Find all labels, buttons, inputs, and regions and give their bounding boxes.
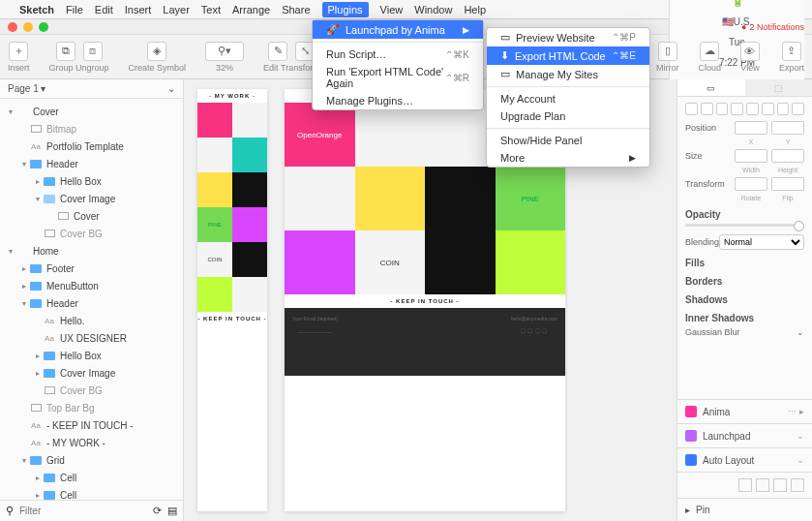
layer-row[interactable]: Aa- MY WORK - [0,434,183,451]
filter-input[interactable] [19,506,147,516]
plugins-menu-manage[interactable]: Manage Plugins… [313,92,483,109]
plugin-launchpad[interactable]: Launchpad⌄ [677,423,812,447]
align-center-h[interactable] [701,103,713,115]
inspector-tab-prototype[interactable]: ⬚ [745,79,813,96]
plugins-menu-runscript[interactable]: Run Script…⌃⌘K [313,46,483,63]
layer-row[interactable]: ▸Hello Box [0,347,183,364]
toolbar-mirror[interactable]: ▯Mirror [656,42,679,73]
layer-row[interactable]: ▾Header [0,294,183,312]
layer-row[interactable]: AaPortfolio Template [0,138,183,155]
toolbar-ungroup-label: Ungroup [75,63,109,73]
submenu-item[interactable]: More▶ [487,149,649,167]
artboard-small[interactable]: - MY WORK - PINECOIN - KEEP IN TOUCH - [197,89,267,511]
minimize-window-button[interactable] [23,22,33,32]
align-top[interactable] [731,103,743,115]
plugins-menu-launchpad[interactable]: 🚀Launchpad by Anima ▶ [313,20,483,39]
submenu-item[interactable]: Show/Hide Panel [487,132,649,149]
artboard-big-keep: - KEEP IN TOUCH - [285,294,565,308]
toolbar-cloud[interactable]: ☁Cloud [698,42,721,73]
menu-share[interactable]: Share [282,4,310,15]
al-btn-2[interactable] [756,478,769,492]
menu-plugins[interactable]: Plugins [322,2,369,17]
layer-row[interactable]: Aa- KEEP IN TOUCH - [0,416,183,434]
submenu-item[interactable]: ⬇Export HTML Code⌃⌘E [487,46,649,65]
toolbar-view[interactable]: 👁View [740,42,760,73]
layer-row[interactable]: ▸MenuButton [0,277,183,294]
layer-row[interactable]: Cover BG [0,382,183,399]
menu-layer[interactable]: Layer [163,4,190,15]
plugin-autolayout[interactable]: Auto Layout⌄ [677,447,812,472]
plugins-menu-runagain[interactable]: Run 'Export HTML Code' Again⌃⌘R [313,63,483,92]
filter-settings-icon[interactable]: ⟳ [153,505,162,517]
al-btn-4[interactable] [791,478,804,492]
rotate[interactable] [735,177,767,191]
layer-row[interactable]: ▸Footer [0,260,183,277]
blending-select[interactable]: Normal [719,234,804,250]
menu-arrange[interactable]: Arrange [232,4,270,15]
plugin-anima[interactable]: Anima⋯ ▸ [677,399,812,423]
layers-footer: ⚲ ⟳ ▤ [0,500,183,521]
menu-help[interactable]: Help [464,4,486,15]
layer-row[interactable]: AaHello. [0,312,183,329]
layer-row[interactable]: ▾Cover Image [0,190,183,207]
menu-text[interactable]: Text [201,4,221,15]
layer-row[interactable]: Top Bar Bg [0,399,183,416]
flip[interactable] [771,177,804,191]
zoom-window-button[interactable] [39,22,48,32]
notifications-badge[interactable]: 2 Notifications [741,22,804,32]
battery-icon[interactable]: 🔋 [732,0,743,7]
collapse-icon[interactable]: ⌄ [167,83,175,94]
toolbar-create-symbol[interactable]: ◈Create Symbol [129,42,187,73]
inner-shadows-label: Inner Shadows [685,313,804,323]
close-window-button[interactable] [8,22,17,32]
app-menu[interactable]: Sketch [19,4,54,15]
menu-file[interactable]: File [66,4,83,15]
toolbar-zoom[interactable]: ⚲▾32% [205,42,244,73]
distribute-h[interactable] [777,103,790,115]
layer-row[interactable]: Cover [0,207,183,225]
inspector-tab-design[interactable]: ▭ [677,79,745,96]
align-bottom[interactable] [762,103,774,115]
position-x[interactable] [735,121,767,135]
layer-row[interactable]: ▸Cell [0,469,183,486]
al-btn-1[interactable] [738,478,752,492]
layer-row[interactable]: ▾Cover [0,103,183,120]
align-right[interactable] [716,103,729,115]
layer-row[interactable]: Cover BG [0,225,183,242]
al-btn-3[interactable] [773,478,787,492]
group-icon[interactable]: ⧉ [56,42,75,61]
menu-window[interactable]: Window [414,4,452,15]
layer-row[interactable]: ▾Header [0,155,183,172]
layer-row[interactable]: ▾Home [0,242,183,260]
position-y[interactable] [771,121,804,135]
plugin-pin[interactable]: ▸Pin [677,498,812,521]
align-middle[interactable] [746,103,759,115]
layer-row[interactable]: ▾Grid [0,451,183,469]
align-left[interactable] [685,103,698,115]
menu-insert[interactable]: Insert [125,4,152,15]
layer-row[interactable]: ▸Cell [0,486,183,500]
size-w[interactable] [735,149,767,163]
layer-row[interactable]: AaUX DESIGNER [0,329,183,347]
submenu-item[interactable]: ▭Preview Website⌃⌘P [487,28,649,46]
edit-icon[interactable]: ✎ [268,42,287,61]
submenu-item[interactable]: ▭Manage My Sites [487,65,649,83]
layer-row[interactable]: ▸Hello Box [0,172,183,190]
submenu-item[interactable]: Upgrade Plan [487,107,649,125]
menu-edit[interactable]: Edit [95,4,113,15]
filter-toggle-icon[interactable]: ▤ [167,505,177,517]
size-h[interactable] [771,149,804,163]
blur-chevron[interactable]: ⌄ [797,327,804,337]
distribute-v[interactable] [792,103,804,115]
layer-row[interactable]: ▸Cover Image [0,364,183,382]
page-selector[interactable]: Page 1 ▾ ⌄ [0,79,183,99]
submenu-item[interactable]: My Account [487,90,649,107]
ungroup-icon[interactable]: ⧈ [83,42,103,61]
toolbar-insert[interactable]: ＋Insert [8,42,30,73]
layer-row[interactable]: Bitmap [0,120,183,138]
opacity-slider[interactable] [685,224,804,227]
tile [197,277,232,312]
menu-view[interactable]: View [380,4,404,15]
toolbar-export[interactable]: ⇪Export [779,42,804,73]
artboard-small-title: - MY WORK - [197,89,267,103]
